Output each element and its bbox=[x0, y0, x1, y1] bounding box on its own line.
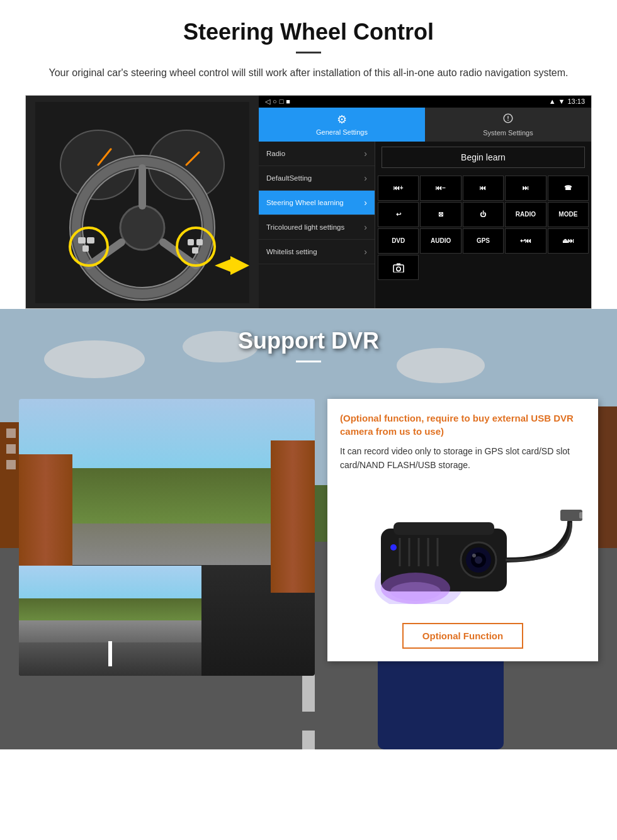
optional-function-button[interactable]: Optional Function bbox=[402, 623, 523, 649]
ctrl-btn-prev-minus[interactable]: ⏮− bbox=[420, 176, 461, 201]
dvr-info-title: (Optional function, require to buy exter… bbox=[340, 412, 586, 438]
dvr-section: Support DVR (Optional function, require … bbox=[0, 309, 617, 749]
recents-icon[interactable]: □ bbox=[280, 98, 284, 105]
road-line bbox=[108, 641, 112, 666]
whitelist-arrow-icon: › bbox=[364, 247, 367, 257]
svg-point-66 bbox=[475, 556, 482, 564]
dvr-info-text: It can record video only to storage in G… bbox=[340, 444, 586, 473]
steering-section: Steering Wheel Control Your original car… bbox=[0, 0, 617, 309]
dvr-title: Support DVR bbox=[0, 328, 617, 354]
svg-rect-17 bbox=[188, 239, 194, 245]
svg-point-8 bbox=[120, 206, 164, 250]
ctrl-btn-call[interactable]: ☎ bbox=[548, 176, 589, 201]
status-bar: ◁ ○ □ ■ ▲ ▼ 13:13 bbox=[259, 96, 591, 108]
ctrl-btn-next[interactable]: ⏭ bbox=[505, 176, 546, 201]
tab-general[interactable]: ⚙ General Settings bbox=[259, 108, 425, 142]
svg-point-67 bbox=[472, 554, 476, 557]
ctrl-btn-dvd[interactable]: DVD bbox=[378, 228, 419, 254]
svg-point-68 bbox=[390, 544, 397, 551]
nav-icons: ◁ ○ □ ■ bbox=[265, 98, 290, 106]
dvr-camera-image bbox=[340, 484, 586, 610]
ctrl-btn-eject-next[interactable]: ⏏⏭ bbox=[548, 228, 589, 254]
svg-rect-23 bbox=[396, 263, 400, 265]
svg-rect-13 bbox=[78, 237, 86, 244]
ctrl-btn-prev[interactable]: ⏮ bbox=[463, 176, 504, 201]
time-display: 13:13 bbox=[567, 98, 585, 105]
steering-demo: ◁ ○ □ ■ ▲ ▼ 13:13 ⚙ General Settings bbox=[25, 95, 592, 309]
ctrl-btn-mute[interactable]: ⊠ bbox=[420, 202, 461, 227]
ctrl-btn-radio[interactable]: RADIO bbox=[505, 202, 546, 227]
system-settings-icon bbox=[502, 113, 514, 127]
ctrl-btn-camera[interactable] bbox=[378, 255, 419, 280]
steering-title: Steering Wheel Control bbox=[25, 19, 592, 45]
svg-point-72 bbox=[390, 582, 441, 601]
dvr-thumbnail bbox=[19, 566, 201, 676]
general-settings-icon: ⚙ bbox=[337, 113, 347, 126]
dvr-divider bbox=[296, 361, 321, 362]
ctrl-btn-audio[interactable]: AUDIO bbox=[420, 228, 461, 254]
home-icon[interactable]: ○ bbox=[273, 98, 277, 105]
ctrl-btn-gps[interactable]: GPS bbox=[463, 228, 504, 254]
ctrl-btn-back[interactable]: ↩ bbox=[378, 202, 419, 227]
steering-divider bbox=[296, 52, 321, 53]
radio-arrow-icon: › bbox=[364, 148, 367, 159]
ctrl-btn-mode[interactable]: MODE bbox=[548, 202, 589, 227]
svg-rect-69 bbox=[560, 510, 582, 521]
settings-tabs: ⚙ General Settings System Settings bbox=[259, 108, 591, 142]
dvr-main-view bbox=[19, 399, 315, 676]
tab-system-label: System Settings bbox=[483, 129, 533, 137]
dvr-content: (Optional function, require to buy exter… bbox=[0, 386, 617, 688]
svg-rect-19 bbox=[192, 247, 198, 254]
default-arrow-icon: › bbox=[364, 173, 367, 183]
wifi-icon: ▼ bbox=[558, 98, 565, 105]
menu-item-whitelist[interactable]: Whitelist setting › bbox=[259, 240, 375, 264]
ctrl-btn-power[interactable]: ⏻ bbox=[463, 202, 504, 227]
settings-menu: Radio › DefaultSetting › Steering Wheel … bbox=[259, 142, 375, 308]
svg-point-22 bbox=[396, 267, 400, 271]
steering-wheel-image bbox=[26, 96, 259, 309]
tricolour-arrow-icon: › bbox=[364, 222, 367, 232]
settings-content: Radio › DefaultSetting › Steering Wheel … bbox=[259, 142, 591, 308]
control-panel: Begin learn ⏮+ ⏮− ⏮ ⏭ ☎ ↩ ⊠ ⏻ RADIO MODE… bbox=[375, 142, 591, 308]
svg-rect-70 bbox=[579, 512, 582, 518]
svg-rect-14 bbox=[87, 237, 94, 244]
svg-rect-15 bbox=[82, 245, 89, 252]
ctrl-btn-prev-plus[interactable]: ⏮+ bbox=[378, 176, 419, 201]
steering-arrow-icon: › bbox=[364, 198, 367, 208]
menu-item-radio[interactable]: Radio › bbox=[259, 142, 375, 166]
tab-general-label: General Settings bbox=[316, 128, 368, 136]
ctrl-btn-call-prev[interactable]: ↩⏮ bbox=[505, 228, 546, 254]
begin-learn-row: Begin learn bbox=[375, 142, 591, 173]
tab-system[interactable]: System Settings bbox=[425, 108, 591, 142]
control-buttons-grid: ⏮+ ⏮− ⏮ ⏭ ☎ ↩ ⊠ ⏻ RADIO MODE DVD AUDIO G… bbox=[375, 173, 591, 283]
menu-item-tricolour[interactable]: Tricoloured light settings › bbox=[259, 215, 375, 240]
begin-learn-button[interactable]: Begin learn bbox=[382, 147, 585, 168]
menu-item-default[interactable]: DefaultSetting › bbox=[259, 166, 375, 191]
status-right: ▲ ▼ 13:13 bbox=[549, 98, 585, 105]
menu-icon[interactable]: ■ bbox=[286, 98, 290, 105]
dvr-left-view bbox=[19, 399, 315, 676]
android-screen: ◁ ○ □ ■ ▲ ▼ 13:13 ⚙ General Settings bbox=[259, 96, 591, 308]
svg-rect-18 bbox=[196, 239, 203, 245]
dvr-info-box: (Optional function, require to buy exter… bbox=[327, 399, 598, 662]
menu-item-steering[interactable]: Steering Wheel learning › bbox=[259, 191, 375, 215]
back-icon[interactable]: ◁ bbox=[265, 98, 270, 106]
dvr-title-area: Support DVR bbox=[0, 309, 617, 386]
signal-icon: ▲ bbox=[549, 98, 556, 105]
steering-subtitle: Your original car's steering wheel contr… bbox=[38, 65, 579, 81]
svg-rect-57 bbox=[393, 522, 494, 535]
